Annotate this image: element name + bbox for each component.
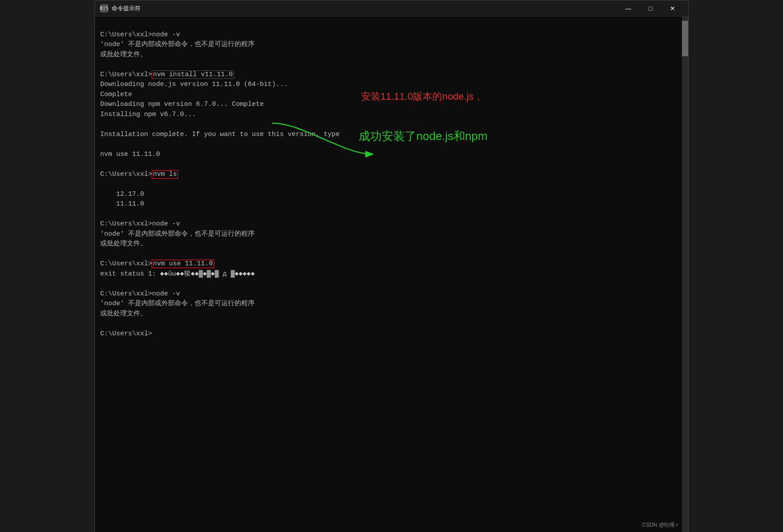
command-highlight: nvm use 11.11.0 bbox=[152, 260, 214, 268]
terminal-line: C:\Users\xxl>node -v bbox=[100, 30, 683, 40]
terminal-line: C:\Users\xxl> bbox=[100, 329, 683, 339]
blank-line bbox=[100, 319, 683, 329]
terminal-line: Downloading node.js version 11.11.0 (64-… bbox=[100, 80, 683, 90]
command-highlight: nvm install v11.11.0 bbox=[152, 71, 234, 78]
terminal-line: Complete bbox=[100, 90, 683, 100]
close-button[interactable]: ✕ bbox=[662, 2, 683, 15]
prompt-text: C:\Users\xxl> bbox=[100, 71, 152, 78]
minimize-button[interactable]: — bbox=[618, 2, 638, 15]
command-highlight: nvm ls bbox=[152, 171, 178, 178]
prompt-text: C:\Users\xxl> bbox=[100, 171, 152, 178]
terminal-line: 'node' 不是内部或外部命令，也不是可运行的程序 bbox=[100, 40, 683, 50]
terminal-line: C:\Users\xxl>node -v bbox=[100, 219, 683, 229]
terminal-line: Installation complete. If you want to us… bbox=[100, 130, 683, 140]
terminal-line: 或批处理文件。 bbox=[100, 309, 683, 319]
blank-line bbox=[100, 179, 683, 190]
terminal-line: 或批处理文件。 bbox=[100, 239, 683, 249]
blank-line bbox=[100, 249, 683, 260]
cmd-icon: C:\ bbox=[100, 4, 108, 12]
blank-line bbox=[100, 279, 683, 289]
terminal-line: exit status 1: ◆◆ûω◆◆狻◆◆▓◆▓◆▓ д ▓◆◆◆◆◆ bbox=[100, 269, 683, 280]
terminal-line: 12.17.0 bbox=[100, 190, 683, 200]
blank-line bbox=[100, 120, 683, 130]
title-bar: C:\ 命令提示符 — □ ✕ bbox=[95, 0, 688, 16]
terminal-line: C:\Users\xxl>nvm install v11.11.0 bbox=[100, 70, 683, 80]
maximize-button[interactable]: □ bbox=[640, 2, 661, 15]
blank-line bbox=[100, 60, 683, 70]
terminal-line: 或批处理文件。 bbox=[100, 50, 683, 60]
terminal-line: C:\Users\xxl>nvm use 11.11.0 bbox=[100, 259, 683, 269]
terminal-line: 'node' 不是内部或外部命令，也不是可运行的程序 bbox=[100, 299, 683, 309]
terminal-line: Installing npm v6.7.0... bbox=[100, 110, 683, 120]
terminal-line: 'node' 不是内部或外部命令，也不是可运行的程序 bbox=[100, 229, 683, 240]
blank-line bbox=[100, 140, 683, 150]
window-controls: — □ ✕ bbox=[618, 2, 683, 15]
scrollbar-thumb[interactable] bbox=[682, 21, 688, 56]
terminal-line: 11.11.0 bbox=[100, 199, 683, 210]
terminal-line: nvm use 11.11.0 bbox=[100, 150, 683, 160]
terminal-line: C:\Users\xxl>nvm ls bbox=[100, 170, 683, 180]
blank-line bbox=[100, 210, 683, 220]
terminal-window: C:\ 命令提示符 — □ ✕ C:\Users\xxl>node -v 'no… bbox=[94, 0, 689, 532]
scrollbar[interactable] bbox=[682, 16, 688, 532]
title-bar-left: C:\ 命令提示符 bbox=[100, 4, 141, 12]
prompt-text: C:\Users\xxl> bbox=[100, 260, 152, 268]
blank-line bbox=[100, 20, 683, 30]
terminal-line: Downloading npm version 6.7.0... Complet… bbox=[100, 100, 683, 110]
terminal-line: C:\Users\xxl>node -v bbox=[100, 289, 683, 299]
window-title: 命令提示符 bbox=[112, 4, 141, 12]
terminal-body[interactable]: C:\Users\xxl>node -v 'node' 不是内部或外部命令，也不… bbox=[95, 16, 688, 532]
blank-line bbox=[100, 159, 683, 170]
watermark: CSDN @吐哩✓ bbox=[642, 521, 679, 529]
